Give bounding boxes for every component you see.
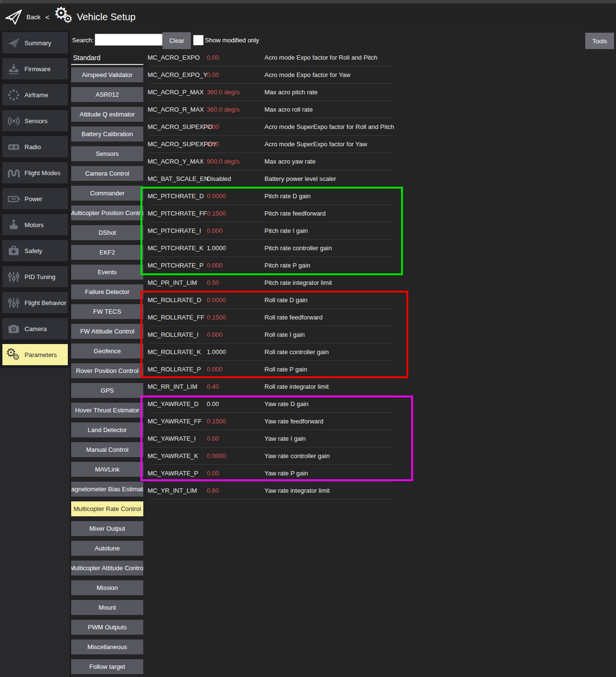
param-value[interactable]: 0.000: [207, 366, 223, 373]
group-button-multicopter-position-control[interactable]: Multicopter Position Control: [71, 205, 143, 220]
param-value[interactable]: 0.50: [207, 279, 219, 286]
param-value[interactable]: 0.0000: [207, 192, 226, 200]
param-value[interactable]: 0.000: [207, 262, 223, 269]
group-header-standard[interactable]: Standard: [73, 54, 101, 62]
sidebar-item-camera[interactable]: Camera: [2, 318, 68, 339]
search-input[interactable]: [95, 34, 163, 46]
group-button-magnetometer-bias-estimator[interactable]: Magnetometer Bias Estimator: [71, 482, 143, 497]
param-value[interactable]: 0.0000: [207, 296, 226, 304]
param-value[interactable]: 0.0000: [207, 452, 226, 460]
param-value[interactable]: 0.40: [207, 383, 219, 390]
group-button-pwm-outputs[interactable]: PWM Outputs: [71, 620, 143, 635]
tools-button[interactable]: Tools: [585, 33, 614, 49]
group-button-fw-tecs[interactable]: FW TECS: [71, 304, 143, 319]
group-button-manual-control[interactable]: Manual Control: [71, 442, 143, 457]
param-row-mc-yawrate-k[interactable]: MC_YAWRATE_K0.0000Yaw rate controller ga…: [144, 447, 393, 465]
param-row-mc-yawrate-i[interactable]: MC_YAWRATE_I0.00Yaw rate I gain: [144, 430, 393, 447]
group-button-camera-control[interactable]: Camera Control: [71, 166, 143, 181]
param-value[interactable]: 1.0000: [207, 244, 226, 252]
group-button-fw-attitude-control[interactable]: FW Attitude Control: [71, 324, 143, 339]
group-button-autotune[interactable]: Autotune: [71, 541, 143, 556]
param-row-mc-acro-p-max[interactable]: MC_ACRO_P_MAX360.0 deg/sMax acro pitch r…: [144, 84, 393, 101]
param-row-mc-rollrate-ff[interactable]: MC_ROLLRATE_FF0.1500Roll rate feedforwar…: [144, 309, 393, 326]
param-row-mc-bat-scale-en[interactable]: MC_BAT_SCALE_ENDisabledBattery power lev…: [144, 170, 393, 188]
group-button-hover-thrust-estimator[interactable]: Hover Thrust Estimator: [71, 403, 143, 418]
group-button-mount[interactable]: Mount: [71, 600, 143, 615]
param-row-mc-rollrate-k[interactable]: MC_ROLLRATE_K1.0000Roll rate controller …: [144, 344, 393, 361]
param-row-mc-rr-int-lim[interactable]: MC_RR_INT_LIM0.40Roll rate integrator li…: [144, 378, 393, 396]
sidebar-item-flight-behavior[interactable]: Flight Behavior: [2, 292, 68, 313]
group-button-multicopter-rate-control[interactable]: Multicopter Rate Control: [71, 501, 143, 516]
group-button-follow-target[interactable]: Follow target: [71, 659, 143, 674]
show-modified-checkbox[interactable]: [193, 35, 203, 45]
group-button-battery-calibration[interactable]: Battery Calibration: [71, 127, 143, 141]
param-value[interactable]: 0.60: [207, 487, 219, 494]
param-value[interactable]: 0.1500: [207, 314, 226, 321]
param-row-mc-yr-int-lim[interactable]: MC_YR_INT_LIM0.60Yaw rate integrator lim…: [144, 482, 393, 499]
param-row-mc-pitchrate-i[interactable]: MC_PITCHRATE_I0.000Pitch rate I gain: [144, 222, 393, 240]
param-value[interactable]: 0.00: [207, 470, 219, 477]
param-value[interactable]: Disabled: [207, 175, 231, 182]
param-value[interactable]: 0.00: [207, 54, 219, 61]
group-button-mavlink[interactable]: MAVLink: [71, 462, 143, 477]
param-row-mc-pitchrate-d[interactable]: MC_PITCHRATE_D0.0000Pitch rate D gain: [144, 188, 393, 205]
param-value[interactable]: 0.00: [207, 141, 219, 148]
param-value[interactable]: 1.0000: [207, 348, 226, 356]
param-row-mc-pitchrate-k[interactable]: MC_PITCHRATE_K1.0000Pitch rate controlle…: [144, 240, 393, 257]
group-button-sensors[interactable]: Sensors: [71, 146, 143, 161]
param-row-mc-rollrate-d[interactable]: MC_ROLLRATE_D0.0000Roll rate D gain: [144, 292, 393, 309]
param-value[interactable]: 0.1500: [207, 210, 226, 217]
group-button-mission[interactable]: Mission: [71, 580, 143, 595]
group-button-rover-position-control[interactable]: Rover Position Control: [71, 363, 143, 378]
group-button-ekf2[interactable]: EKF2: [71, 245, 143, 260]
group-button-geofence[interactable]: Geofence: [71, 344, 143, 358]
param-row-mc-yawrate-d[interactable]: MC_YAWRATE_D0.00Yaw rate D gain: [144, 396, 393, 413]
param-row-mc-acro-supexpoy[interactable]: MC_ACRO_SUPEXPOY0.00Acro mode SuperExpo …: [144, 136, 393, 153]
group-button-miscellaneous[interactable]: Miscellaneous: [71, 639, 143, 654]
param-value[interactable]: 360.0 deg/s: [207, 106, 239, 113]
group-button-mixer-output[interactable]: Mixer Output: [71, 521, 143, 536]
param-row-mc-rollrate-i[interactable]: MC_ROLLRATE_I0.000Roll rate I gain: [144, 326, 393, 344]
param-value[interactable]: 0.00: [207, 123, 219, 130]
param-row-mc-acro-r-max[interactable]: MC_ACRO_R_MAX360.0 deg/sMax acro roll ra…: [144, 101, 393, 118]
param-value[interactable]: 0.00: [207, 71, 219, 78]
group-button-multicopter-attitude-control[interactable]: Multicopter Attitude Control: [71, 561, 143, 575]
param-value[interactable]: 360.0 deg/s: [207, 89, 239, 96]
sidebar-item-flight-modes[interactable]: Flight Modes: [2, 162, 68, 183]
param-row-mc-yawrate-p[interactable]: MC_YAWRATE_P0.00Yaw rate P gain: [144, 465, 393, 482]
param-row-mc-pitchrate-p[interactable]: MC_PITCHRATE_P0.000Pitch rate P gain: [144, 257, 393, 274]
group-button-dshot[interactable]: DShot: [71, 225, 143, 240]
param-row-mc-acro-supexpo[interactable]: MC_ACRO_SUPEXPO0.00Acro mode SuperExpo f…: [144, 118, 393, 136]
sidebar-item-summary[interactable]: Summary: [2, 32, 68, 53]
back-button[interactable]: Back: [26, 13, 40, 21]
param-row-mc-rollrate-p[interactable]: MC_ROLLRATE_P0.000Roll rate P gain: [144, 361, 393, 378]
param-row-mc-pitchrate-ff[interactable]: MC_PITCHRATE_FF0.1500Pitch rate feedforw…: [144, 205, 393, 222]
param-value[interactable]: 0.00: [207, 400, 219, 408]
clear-button[interactable]: Clear: [163, 32, 191, 49]
sidebar-item-radio[interactable]: Radio: [2, 136, 68, 157]
sidebar-item-airframe[interactable]: Airframe: [2, 84, 68, 105]
group-button-gps[interactable]: GPS: [71, 383, 143, 398]
group-button-airspeed-validator[interactable]: Airspeed Validator: [71, 67, 143, 82]
sidebar-item-power[interactable]: Power: [2, 188, 68, 209]
group-button-land-detector[interactable]: Land Detector: [71, 422, 143, 437]
param-value[interactable]: 0.000: [207, 227, 223, 234]
group-button-commander[interactable]: Commander: [71, 186, 143, 201]
param-value[interactable]: 900.0 deg/s: [207, 158, 239, 165]
group-button-events[interactable]: Events: [71, 265, 143, 280]
group-button-failure-detector[interactable]: Failure Detector: [71, 284, 143, 299]
group-button-asr012[interactable]: ASR012: [71, 87, 143, 102]
param-row-mc-pr-int-lim[interactable]: MC_PR_INT_LIM0.50Pitch rate integrator l…: [144, 274, 393, 292]
param-row-mc-yawrate-ff[interactable]: MC_YAWRATE_FF0.1500Yaw rate feedforward: [144, 413, 393, 430]
group-button-attitude-q-estimator[interactable]: Attitude Q estimator: [71, 107, 143, 122]
sidebar-item-firmware[interactable]: Firmware: [2, 58, 68, 79]
param-row-mc-acro-y-max[interactable]: MC_ACRO_Y_MAX900.0 deg/sMax acro yaw rat…: [144, 153, 393, 170]
param-value[interactable]: 0.1500: [207, 418, 226, 425]
sidebar-item-motors[interactable]: Motors: [2, 214, 68, 235]
param-value[interactable]: 0.000: [207, 331, 223, 338]
param-row-mc-acro-expo-y[interactable]: MC_ACRO_EXPO_Y0.00Acro mode Expo factor …: [144, 66, 393, 84]
sidebar-item-pid-tuning[interactable]: PID Tuning: [2, 266, 68, 287]
param-value[interactable]: 0.00: [207, 435, 219, 442]
sidebar-item-parameters[interactable]: ⚙⚙Parameters: [2, 344, 68, 365]
sidebar-item-safety[interactable]: Safety: [2, 240, 68, 261]
